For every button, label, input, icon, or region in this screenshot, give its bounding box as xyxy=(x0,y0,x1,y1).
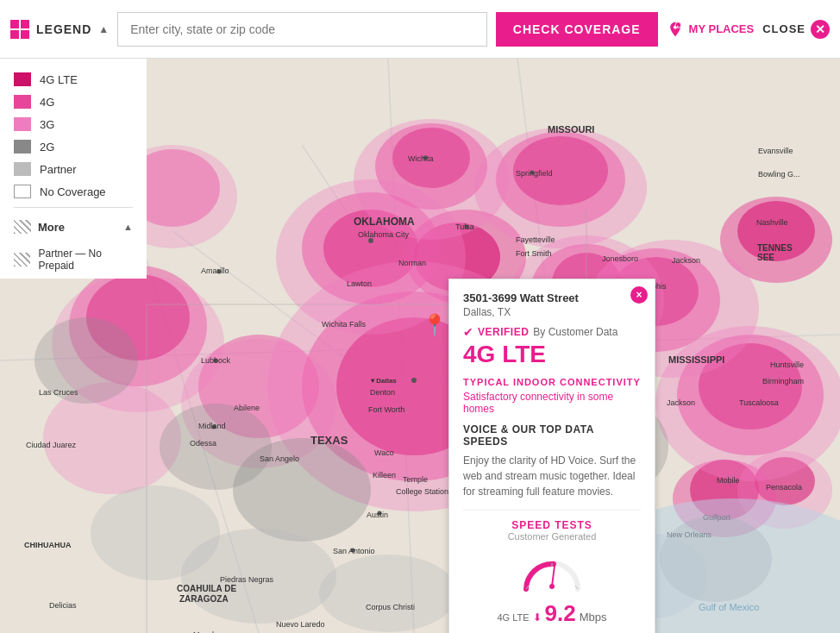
legend-label-3g: 3G xyxy=(40,118,54,131)
popup-data-title: VOICE & OUR TOP DATA SPEEDS xyxy=(463,423,641,448)
svg-text:Oklahoma City: Oklahoma City xyxy=(358,230,410,239)
svg-text:Lubbock: Lubbock xyxy=(201,356,231,365)
legend-item-2g: 2G xyxy=(14,140,133,154)
verified-by: By Customer Data xyxy=(533,326,617,338)
svg-text:Evansville: Evansville xyxy=(758,147,793,155)
more-swatch-icon xyxy=(14,220,31,234)
swatch-3g xyxy=(14,117,31,131)
svg-point-61 xyxy=(411,378,417,383)
verified-label: VERIFIED xyxy=(478,326,529,338)
my-places-button[interactable]: ♦ MY PLACES xyxy=(667,21,755,38)
svg-text:Fort Smith: Fort Smith xyxy=(516,249,552,258)
svg-text:Huntsville: Huntsville xyxy=(770,360,804,369)
svg-text:Bowling G...: Bowling G... xyxy=(758,170,800,179)
svg-text:Corpus Christi: Corpus Christi xyxy=(366,603,415,611)
speed-tests-title: SPEED TESTS xyxy=(463,519,641,531)
svg-text:Midland: Midland xyxy=(198,422,226,430)
legend-item-no-coverage: No Coverage xyxy=(14,185,133,198)
svg-text:Temple: Temple xyxy=(403,475,428,484)
map-area[interactable]: MISSOURI OKLAHOMA Oklahoma City TEXAS AR… xyxy=(0,59,840,633)
svg-text:TEXAS: TEXAS xyxy=(310,434,348,447)
swatch-4g xyxy=(14,95,31,109)
svg-text:San Angelo: San Angelo xyxy=(260,454,299,463)
svg-text:College Station: College Station xyxy=(396,487,448,496)
swatch-no-coverage xyxy=(14,185,31,198)
verified-icon: ✔ xyxy=(463,325,473,339)
svg-text:Killeen: Killeen xyxy=(373,471,396,479)
svg-text:Ciudad Juarez: Ciudad Juarez xyxy=(26,441,77,449)
svg-text:Wichita Falls: Wichita Falls xyxy=(322,320,367,329)
svg-text:MISSISSIPPI: MISSISSIPPI xyxy=(668,354,724,365)
swatch-partner xyxy=(14,162,31,176)
svg-text:Gulf of Mexico: Gulf of Mexico xyxy=(699,602,759,612)
legend-label-no-coverage: No Coverage xyxy=(40,185,106,198)
legend-toggle[interactable]: LEGEND ▲ xyxy=(10,20,109,39)
svg-text:San Antonio: San Antonio xyxy=(333,547,375,555)
svg-text:Tuscaloosa: Tuscaloosa xyxy=(739,398,779,407)
svg-text:Wichita: Wichita xyxy=(408,154,434,163)
speed-label: 4G LTE xyxy=(497,612,529,623)
svg-point-56 xyxy=(319,555,457,632)
speed-row: 4G LTE ⬇ 9.2 Mbps xyxy=(463,600,641,627)
svg-text:Pensacola: Pensacola xyxy=(766,483,802,492)
svg-text:Norman: Norman xyxy=(398,259,426,267)
legend-label-2g: 2G xyxy=(40,141,54,154)
svg-text:Austin: Austin xyxy=(367,511,388,519)
legend-grid-icon xyxy=(10,20,29,39)
more-label-container: More xyxy=(14,220,65,234)
header-bar: LEGEND ▲ CHECK COVERAGE ♦ MY PLACES CLOS… xyxy=(0,0,840,59)
more-item-swatch xyxy=(14,253,30,266)
close-button[interactable]: CLOSE ✕ xyxy=(762,20,830,39)
speed-gauge xyxy=(517,550,586,593)
svg-text:Jackson: Jackson xyxy=(672,256,700,265)
close-icon: ✕ xyxy=(811,20,830,39)
svg-text:Nashville: Nashville xyxy=(756,218,788,227)
legend-label-4g: 4G xyxy=(40,96,54,109)
svg-text:▾ Dallas: ▾ Dallas xyxy=(370,377,397,385)
svg-text:Jonesboro: Jonesboro xyxy=(602,254,638,263)
check-coverage-button[interactable]: CHECK COVERAGE xyxy=(496,12,658,47)
svg-text:Springfield: Springfield xyxy=(516,169,553,178)
svg-text:Nuevo Laredo: Nuevo Laredo xyxy=(276,620,325,629)
popup-indoor-subtitle: Satisfactory connectivity in some homes xyxy=(463,391,641,415)
svg-text:Odessa: Odessa xyxy=(190,439,216,448)
search-input[interactable] xyxy=(117,12,487,47)
svg-text:Waco: Waco xyxy=(374,448,394,457)
my-places-icon: ♦ xyxy=(667,21,684,38)
legend-label: LEGEND xyxy=(36,22,91,36)
svg-line-133 xyxy=(552,566,555,586)
close-label: CLOSE xyxy=(762,22,806,35)
svg-text:CHIHUAHUA: CHIHUAHUA xyxy=(24,541,72,549)
svg-text:Birmingham: Birmingham xyxy=(762,377,804,385)
svg-text:Jackson: Jackson xyxy=(667,398,695,407)
legend-panel: 4G LTE 4G 3G 2G Partner No Coverage More xyxy=(0,59,147,279)
more-section[interactable]: More ▲ xyxy=(14,215,133,239)
legend-item-4glte: 4G LTE xyxy=(14,72,133,86)
swatch-2g xyxy=(14,140,31,154)
popup-address: 3501-3699 Watt Street xyxy=(463,291,641,304)
svg-text:Amarillo: Amarillo xyxy=(201,266,229,275)
legend-chevron-icon: ▲ xyxy=(98,23,109,35)
legend-item-3g: 3G xyxy=(14,117,133,131)
svg-text:MISSOURI: MISSOURI xyxy=(548,124,594,135)
popup-close-button[interactable]: × xyxy=(630,286,648,304)
svg-point-134 xyxy=(549,584,555,589)
svg-text:Las Cruces: Las Cruces xyxy=(39,388,78,397)
map-pin: 📍 xyxy=(422,313,448,337)
popup-data-desc: Enjoy the clarity of HD Voice. Surf the … xyxy=(463,453,641,499)
more-item-partner-no-prepaid: Partner — No Prepaid xyxy=(14,248,133,272)
svg-text:Abilene: Abilene xyxy=(234,404,260,412)
speed-unit: Mbps xyxy=(580,611,607,624)
speed-tests-sub: Customer Generated xyxy=(463,531,641,542)
popup-verified-row: ✔ VERIFIED By Customer Data xyxy=(463,325,641,339)
popup-divider xyxy=(463,510,641,511)
svg-text:Fort Worth: Fort Worth xyxy=(368,405,404,414)
svg-text:COAHUILA DE: COAHUILA DE xyxy=(177,584,236,593)
svg-text:Denton: Denton xyxy=(370,388,395,397)
legend-item-partner: Partner xyxy=(14,162,133,176)
more-label-text: More xyxy=(38,221,65,234)
svg-text:ZARAGOZA: ZARAGOZA xyxy=(179,594,229,604)
gauge-container xyxy=(463,550,641,593)
svg-text:TENNES: TENNES xyxy=(757,243,793,253)
speed-value: 9.2 xyxy=(545,600,576,627)
